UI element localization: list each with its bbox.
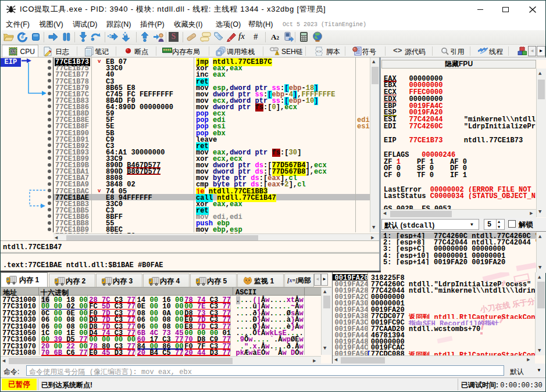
svg-text:<>: <> — [317, 50, 322, 54]
svg-text:!: ! — [277, 52, 278, 55]
svg-text:32: 32 — [10, 49, 15, 53]
